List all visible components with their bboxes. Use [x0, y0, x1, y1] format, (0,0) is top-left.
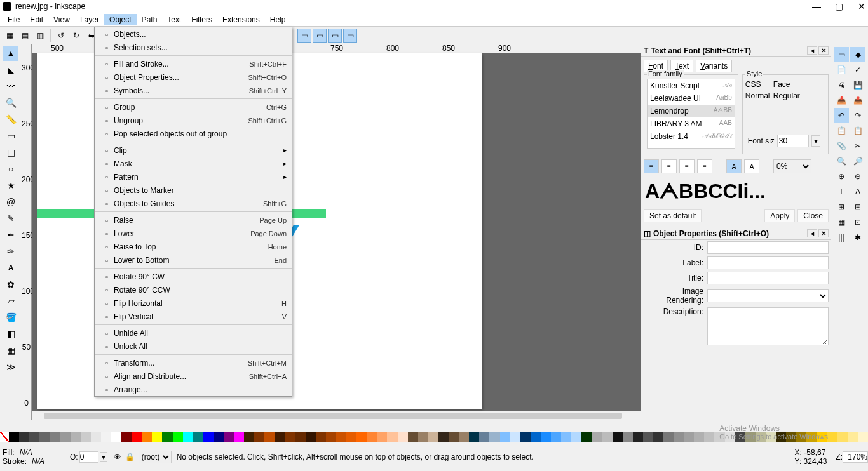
color-swatch[interactable]: [367, 432, 377, 442]
color-swatch[interactable]: [684, 432, 694, 442]
tab-variants[interactable]: Variants: [696, 60, 732, 72]
color-swatch[interactable]: [142, 432, 152, 442]
color-swatch[interactable]: [162, 432, 172, 442]
font-size-input[interactable]: [777, 135, 809, 147]
menu-item[interactable]: ▫Unlock All: [95, 340, 292, 353]
apply-button[interactable]: Apply: [764, 209, 795, 222]
spray-tool[interactable]: ✿: [3, 277, 18, 292]
snap-tool-icon[interactable]: 📤: [850, 93, 865, 108]
color-swatch[interactable]: [694, 432, 704, 442]
minimize-button[interactable]: —: [812, 1, 820, 11]
color-swatch[interactable]: [561, 432, 571, 442]
color-swatch[interactable]: [459, 432, 469, 442]
spiral-tool[interactable]: @: [3, 194, 18, 209]
snap-tool-icon[interactable]: |||: [834, 230, 849, 245]
color-swatch[interactable]: [541, 432, 551, 442]
menu-item[interactable]: ▫Objects to GuidesShift+G: [95, 197, 292, 210]
color-swatch[interactable]: [592, 432, 602, 442]
color-swatch[interactable]: [377, 432, 387, 442]
maximize-button[interactable]: ▢: [835, 1, 843, 11]
snap-tool-icon[interactable]: 🔍: [834, 154, 849, 169]
color-swatch[interactable]: [674, 432, 684, 442]
zoom-tool[interactable]: 🔍: [3, 95, 18, 110]
snap-tool-icon[interactable]: 📥: [834, 93, 849, 108]
color-swatch[interactable]: [643, 432, 653, 442]
snap-tool-icon[interactable]: ✓: [850, 62, 865, 77]
snap-tool-icon[interactable]: ◆: [850, 47, 865, 62]
menu-item[interactable]: ▫Flip HorizontalH: [95, 296, 292, 310]
color-swatch[interactable]: [510, 432, 520, 442]
menu-view[interactable]: View: [48, 14, 75, 25]
eye-icon[interactable]: 👁: [114, 453, 121, 461]
font-item[interactable]: LemondropAᗅBB: [648, 105, 735, 117]
color-swatch[interactable]: [623, 432, 633, 442]
color-swatch[interactable]: [704, 432, 714, 442]
menu-item[interactable]: ▫Objects to Marker: [95, 183, 292, 197]
menu-item[interactable]: ▫Mask▸: [95, 157, 292, 170]
color-swatch[interactable]: [796, 432, 806, 442]
menu-filters[interactable]: Filters: [186, 14, 217, 25]
color-swatch[interactable]: [581, 432, 592, 442]
color-swatch[interactable]: [776, 432, 786, 442]
bucket-tool[interactable]: 🪣: [3, 310, 18, 325]
menu-item[interactable]: ▫Object Properties...Shift+Ctrl+O: [95, 70, 292, 84]
color-swatch[interactable]: [663, 432, 674, 442]
panel-close-icon[interactable]: ✕: [818, 46, 829, 55]
scrollbar-horizontal[interactable]: [32, 411, 641, 420]
text-vertical-icon[interactable]: A: [744, 159, 759, 173]
menu-object[interactable]: Object: [104, 14, 137, 25]
snap-tool-icon[interactable]: ▦: [834, 215, 849, 230]
color-palette[interactable]: [0, 432, 868, 442]
gradient-tool[interactable]: ◧: [3, 326, 18, 342]
menu-item[interactable]: ▫Flip VerticalV: [95, 310, 292, 323]
label-input[interactable]: [707, 256, 829, 269]
bezier-tool[interactable]: ✒: [3, 227, 18, 242]
font-item[interactable]: Leelawadee UIAaBb: [648, 92, 735, 105]
tool-select-all-icon[interactable]: ▦: [3, 29, 17, 43]
color-swatch[interactable]: [356, 432, 367, 442]
scale-pattern-icon[interactable]: ▭: [343, 29, 357, 43]
image-rendering-select[interactable]: [707, 289, 829, 302]
node-tool[interactable]: ◣: [3, 62, 18, 77]
color-swatch[interactable]: [817, 432, 827, 442]
selector-tool[interactable]: ▲: [3, 46, 18, 61]
menu-item[interactable]: ▫Clip▸: [95, 143, 292, 157]
mesh-tool[interactable]: ▦: [3, 343, 18, 358]
dropper-tool[interactable]: ≫: [3, 359, 18, 375]
color-swatch[interactable]: [428, 432, 438, 442]
menu-item[interactable]: ▫Objects...: [95, 27, 292, 41]
menu-item[interactable]: ▫Fill and Stroke...Shift+Ctrl+F: [95, 57, 292, 70]
color-swatch[interactable]: [121, 432, 132, 442]
eraser-tool[interactable]: ▱: [3, 293, 18, 308]
menu-item[interactable]: ▫LowerPage Down: [95, 227, 292, 240]
star-tool[interactable]: ★: [3, 178, 18, 193]
panel-close-icon[interactable]: ✕: [818, 229, 829, 237]
color-swatch[interactable]: [264, 432, 275, 442]
snap-tool-icon[interactable]: ⊕: [834, 169, 849, 184]
color-swatch[interactable]: [714, 432, 724, 442]
color-swatch[interactable]: [602, 432, 612, 442]
menu-item[interactable]: ▫Unhide All: [95, 326, 292, 340]
rect-tool[interactable]: ▭: [3, 128, 18, 143]
color-swatch[interactable]: [152, 432, 162, 442]
font-item[interactable]: Lobster 1.4𝒜𝒶𝐵𝒷𝒞𝒸ℐ𝒾: [648, 130, 735, 143]
color-swatch[interactable]: [613, 432, 623, 442]
panel-collapse-icon[interactable]: ◂: [807, 229, 817, 237]
snap-tool-icon[interactable]: ↶: [834, 108, 849, 123]
menu-item[interactable]: ▫Transform...Shift+Ctrl+M: [95, 356, 292, 369]
align-right-icon[interactable]: ≡: [679, 159, 695, 173]
snap-tool-icon[interactable]: ⊖: [850, 169, 865, 184]
font-item[interactable]: Kunstler Script𝒜𝒶: [648, 79, 735, 92]
opacity-input[interactable]: [79, 451, 98, 463]
menu-item[interactable]: ▫GroupCtrl+G: [95, 100, 292, 114]
color-swatch[interactable]: [438, 432, 449, 442]
color-swatch[interactable]: [224, 432, 234, 442]
color-swatch[interactable]: [479, 432, 489, 442]
color-swatch[interactable]: [735, 432, 745, 442]
color-swatch[interactable]: [408, 432, 418, 442]
color-swatch[interactable]: [806, 432, 817, 442]
color-swatch[interactable]: [398, 432, 408, 442]
color-swatch[interactable]: [19, 432, 29, 442]
color-swatch[interactable]: [183, 432, 193, 442]
title-input[interactable]: [707, 272, 829, 284]
